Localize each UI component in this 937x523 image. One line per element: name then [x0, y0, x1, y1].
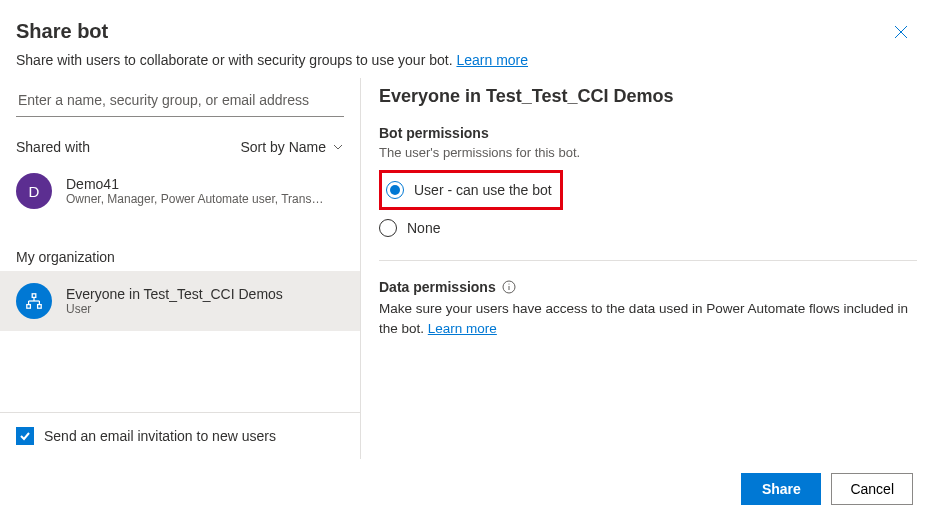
org-group-row[interactable]: Everyone in Test_Test_CCI Demos User — [0, 271, 360, 331]
divider — [379, 260, 917, 261]
svg-point-11 — [508, 283, 509, 284]
org-icon — [16, 283, 52, 319]
user-roles: Owner, Manager, Power Automate user, Tra… — [66, 192, 326, 206]
share-bot-dialog: Share bot Share with users to collaborat… — [0, 0, 937, 523]
radio-label: User - can use the bot — [414, 182, 552, 198]
dialog-description: Share with users to collaborate or with … — [0, 52, 937, 78]
description-text: Share with users to collaborate or with … — [16, 52, 456, 68]
data-permissions-text: Make sure your users have access to the … — [379, 299, 917, 338]
learn-more-link[interactable]: Learn more — [456, 52, 528, 68]
org-group-name: Everyone in Test_Test_CCI Demos — [66, 286, 283, 302]
send-email-checkbox[interactable] — [16, 427, 34, 445]
data-permissions-heading: Data permissions — [379, 279, 917, 295]
svg-rect-2 — [32, 294, 36, 298]
close-button[interactable] — [889, 20, 913, 44]
cancel-button[interactable]: Cancel — [831, 473, 913, 505]
sort-label: Sort by Name — [240, 139, 326, 155]
org-group-role: User — [66, 302, 283, 316]
radio-icon — [379, 219, 397, 237]
send-email-row: Send an email invitation to new users — [0, 412, 360, 459]
user-name: Demo41 — [66, 176, 326, 192]
dialog-title: Share bot — [16, 20, 108, 43]
radio-label: None — [407, 220, 440, 236]
dialog-header: Share bot — [0, 0, 937, 52]
data-permissions-heading-text: Data permissions — [379, 279, 496, 295]
my-organization-label: My organization — [0, 221, 360, 271]
send-email-label: Send an email invitation to new users — [44, 428, 276, 444]
shared-user-row[interactable]: D Demo41 Owner, Manager, Power Automate … — [0, 161, 360, 221]
shared-with-label: Shared with — [16, 139, 90, 155]
sort-dropdown[interactable]: Sort by Name — [240, 139, 344, 155]
checkmark-icon — [19, 430, 31, 442]
close-icon — [893, 24, 909, 40]
bot-permissions-heading: Bot permissions — [379, 125, 917, 141]
radio-user-can-use[interactable]: User - can use the bot — [386, 176, 552, 204]
radio-icon — [386, 181, 404, 199]
share-button[interactable]: Share — [741, 473, 821, 505]
avatar: D — [16, 173, 52, 209]
left-panel: Shared with Sort by Name D Demo41 Owner,… — [0, 78, 360, 459]
bot-permissions-sub: The user's permissions for this bot. — [379, 145, 917, 160]
radio-none[interactable]: None — [379, 214, 917, 242]
dialog-footer: Share Cancel — [0, 459, 937, 523]
chevron-down-icon — [332, 141, 344, 153]
svg-rect-4 — [38, 305, 42, 309]
svg-rect-3 — [27, 305, 31, 309]
avatar-letter: D — [29, 183, 40, 200]
search-input[interactable] — [16, 84, 344, 117]
right-panel: Everyone in Test_Test_CCI Demos Bot perm… — [360, 78, 937, 459]
selected-entity-title: Everyone in Test_Test_CCI Demos — [379, 86, 917, 107]
data-learn-more-link[interactable]: Learn more — [428, 321, 497, 336]
highlighted-option: User - can use the bot — [379, 170, 563, 210]
info-icon[interactable] — [502, 280, 516, 294]
